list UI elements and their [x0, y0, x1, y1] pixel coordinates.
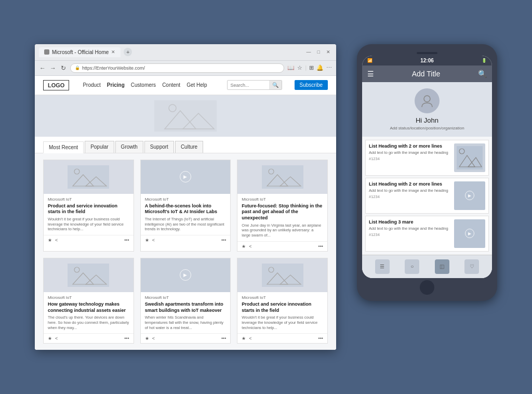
- more-icon[interactable]: •••: [221, 336, 226, 341]
- address-bar[interactable]: 🔒 https://EnterYourWebsite.com/: [70, 63, 284, 73]
- refresh-btn[interactable]: ↻: [60, 64, 67, 72]
- article-title: Product and service innovation starts in…: [242, 301, 323, 313]
- list-item-text: List Heading 3 mare Add text to go with …: [369, 219, 450, 237]
- article-body: Microsoft IoT Swedish apartments transfo…: [141, 292, 231, 334]
- tab-culture[interactable]: Culture: [175, 141, 203, 153]
- star-icon[interactable]: ★: [242, 336, 246, 341]
- nav-pricing[interactable]: Pricing: [107, 82, 125, 88]
- share-icon[interactable]: <: [249, 244, 251, 249]
- more-icon[interactable]: •••: [318, 244, 323, 249]
- article-category: Microsoft IoT: [242, 197, 323, 202]
- site-content: LOGO Product Pricing Customers Content G…: [35, 76, 336, 350]
- maximize-btn[interactable]: □: [316, 49, 322, 55]
- tab-growth[interactable]: Growth: [115, 141, 143, 153]
- address-text: https://EnterYourWebsite.com/: [82, 65, 280, 71]
- settings-icon[interactable]: ⋯: [326, 64, 332, 71]
- share-icon[interactable]: <: [152, 238, 155, 243]
- close-btn[interactable]: ✕: [325, 49, 332, 55]
- share-icon[interactable]: <: [152, 336, 155, 341]
- phone-wrapper: 📶 12:06 🔋 ☰ Add Title 🔍: [357, 44, 497, 301]
- search-bar[interactable]: 🔍: [227, 80, 282, 90]
- phone-title: Add Title: [378, 70, 474, 78]
- article-card: Microsoft IoT Future-focused: Stop think…: [237, 160, 328, 252]
- article-card: ▶ Microsoft IoT A behind-the-scenes look…: [140, 160, 231, 252]
- hamburger-icon[interactable]: ☰: [367, 70, 374, 78]
- article-title: Swedish apartments transform into smart …: [145, 301, 227, 313]
- article-image-1: [44, 160, 134, 194]
- list-item-hash: #1234: [369, 156, 450, 161]
- favorite-icon[interactable]: ☆: [297, 64, 302, 71]
- new-tab-btn[interactable]: +: [124, 48, 132, 56]
- play-btn[interactable]: ▶: [180, 171, 191, 182]
- nav-customers[interactable]: Customers: [131, 82, 156, 88]
- more-icon[interactable]: •••: [124, 336, 129, 341]
- nav-gethelp[interactable]: Get Help: [187, 82, 207, 88]
- search-input[interactable]: [228, 81, 269, 89]
- avatar: [415, 88, 440, 113]
- list-item: List Heading 3 mare Add text to go with …: [365, 216, 489, 252]
- phone-home-button[interactable]: [420, 280, 434, 295]
- article-image-3: [237, 160, 327, 194]
- article-excerpt: Wouldn't it be great if your business co…: [242, 315, 323, 330]
- list-item-hash: #1234: [369, 194, 450, 199]
- article-excerpt: One June day in Virginia last year, an a…: [242, 223, 323, 238]
- status-left: 📶: [367, 58, 373, 63]
- search-icon[interactable]: 🔍: [478, 70, 487, 78]
- browser-tab[interactable]: Microsoft - Official Home ✕: [39, 47, 121, 57]
- star-icon[interactable]: ★: [145, 238, 149, 243]
- article-body: Microsoft IoT How gateway technology mak…: [44, 292, 134, 334]
- tab-support[interactable]: Support: [144, 141, 174, 153]
- battery-icon: 🔋: [482, 58, 487, 63]
- star-icon[interactable]: ★: [242, 244, 246, 249]
- play-btn[interactable]: ▶: [180, 269, 191, 281]
- article-footer: ★ < •••: [237, 241, 327, 251]
- share-icon[interactable]: <: [55, 336, 58, 341]
- status-right: 🔋: [482, 58, 487, 63]
- nav-content[interactable]: Content: [162, 82, 180, 88]
- hero-image: [154, 100, 217, 132]
- forward-btn[interactable]: →: [49, 64, 57, 72]
- more-icon[interactable]: •••: [221, 238, 226, 243]
- subscribe-btn[interactable]: Subscribe: [295, 80, 328, 90]
- article-card: ▶ Microsoft IoT Swedish apartments trans…: [140, 258, 231, 344]
- collections-icon[interactable]: ⊞: [309, 64, 314, 71]
- article-footer: ★ < •••: [237, 333, 327, 343]
- minimize-btn[interactable]: —: [305, 49, 313, 55]
- article-title: Product and service innovation starts in…: [48, 203, 129, 215]
- list-item-image: ▶: [454, 219, 485, 248]
- article-category: Microsoft IoT: [48, 295, 129, 300]
- more-icon[interactable]: •••: [124, 238, 129, 243]
- play-btn[interactable]: ▶: [465, 191, 474, 200]
- list-item-hash: #1234: [369, 232, 450, 237]
- bottom-nav-grid[interactable]: ◫: [435, 259, 449, 274]
- bottom-nav-home[interactable]: ☰: [375, 259, 390, 274]
- star-icon[interactable]: ★: [145, 336, 149, 341]
- article-footer: ★ < •••: [44, 235, 134, 245]
- nav-product[interactable]: Product: [83, 82, 100, 88]
- bottom-nav-search[interactable]: ○: [405, 259, 419, 274]
- phone-screen: 📶 12:06 🔋 ☰ Add Title 🔍: [362, 56, 492, 278]
- search-submit-btn[interactable]: 🔍: [269, 81, 282, 89]
- play-btn[interactable]: ▶: [465, 229, 474, 238]
- star-icon[interactable]: ★: [48, 238, 52, 243]
- article-excerpt: The Internet of Things (IoT) and artific…: [145, 217, 227, 232]
- profile-name: Hi John: [368, 116, 486, 124]
- article-title: A behind-the-scenes look into Microsoft'…: [145, 203, 227, 215]
- tab-most-recent[interactable]: Most Recent: [43, 141, 84, 153]
- reader-icon[interactable]: 📖: [287, 64, 295, 71]
- star-icon[interactable]: ★: [48, 336, 52, 341]
- share-icon[interactable]: <: [249, 336, 251, 341]
- article-body: Microsoft IoT Product and service innova…: [44, 194, 134, 235]
- article-category: Microsoft IoT: [48, 197, 129, 202]
- list-item-heading: List Heading 3 mare: [369, 219, 450, 226]
- site-nav: LOGO Product Pricing Customers Content G…: [35, 76, 336, 95]
- tab-close-btn[interactable]: ✕: [111, 49, 115, 55]
- share-icon[interactable]: <: [55, 238, 58, 243]
- notifications-icon[interactable]: 🔔: [316, 64, 324, 71]
- phone-bottom-nav: ☰ ○ ◫ ♡: [362, 255, 492, 278]
- more-icon[interactable]: •••: [318, 336, 323, 341]
- bottom-nav-heart[interactable]: ♡: [464, 259, 479, 274]
- back-btn[interactable]: ←: [39, 64, 46, 72]
- list-item-desc: Add text to go with the image and the he…: [369, 150, 450, 155]
- tab-popular[interactable]: Popular: [85, 141, 114, 153]
